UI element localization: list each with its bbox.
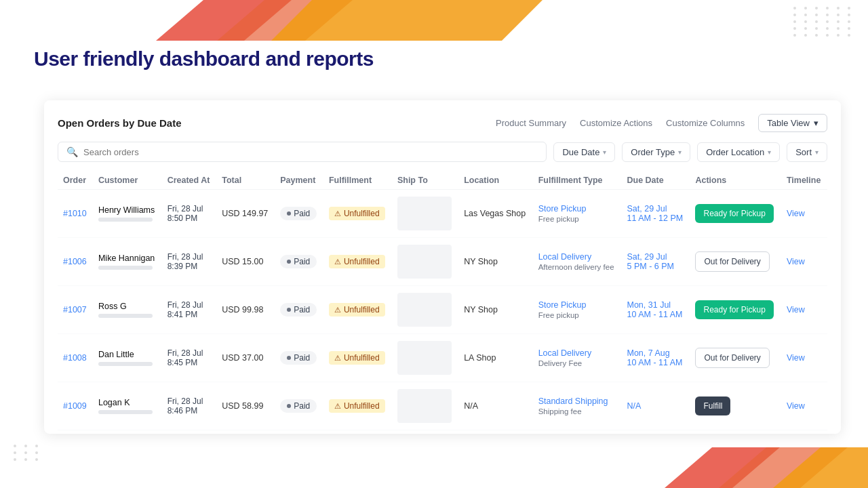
search-filter-row: 🔍 Due Date ▾ Order Type ▾ Order Location… — [58, 142, 827, 162]
fulfillment-cell: Unfulfilled — [323, 238, 392, 286]
due-date-link[interactable]: N/A — [627, 401, 642, 411]
ship-to-cell — [392, 334, 458, 382]
customize-actions-link[interactable]: Customize Actions — [580, 118, 652, 128]
fulfillment-type-link[interactable]: Local Delivery — [538, 252, 592, 262]
card-header: Open Orders by Due Date Product Summary … — [58, 114, 827, 132]
created-time: 8:39 PM — [167, 262, 198, 271]
table-view-button[interactable]: Table View ▾ — [758, 114, 827, 132]
col-due-date: Due Date — [622, 171, 690, 190]
actions-cell: Ready for Pickup — [690, 286, 781, 334]
actions-cell: Ready for Pickup — [690, 190, 781, 238]
fulfillment-type-link[interactable]: Local Delivery — [538, 348, 592, 358]
payment-badge: Paid — [280, 351, 317, 365]
fulfillment-type-cell: Local Delivery Delivery Fee — [533, 334, 622, 382]
fulfillment-badge: Unfulfilled — [329, 207, 385, 220]
customer-bar — [98, 266, 153, 270]
fulfillment-sub: Delivery Fee — [538, 359, 616, 367]
view-link[interactable]: View — [787, 353, 805, 363]
location-cell: Las Vegas Shop — [458, 190, 533, 238]
action-button[interactable]: Out for Delivery — [695, 348, 769, 368]
location-cell: NY Shop — [458, 238, 533, 286]
fulfillment-type-link[interactable]: Standard Shipping — [538, 396, 608, 406]
fulfillment-type-link[interactable]: Store Pickup — [538, 204, 587, 214]
search-input[interactable] — [83, 147, 538, 157]
view-link[interactable]: View — [787, 401, 805, 411]
table-row: #1010 Henry Williams Fri, 28 Jul 8:50 PM… — [58, 190, 827, 238]
svg-marker-2 — [271, 0, 542, 41]
action-button[interactable]: Fulfill — [695, 396, 730, 415]
order-type-filter[interactable]: Order Type ▾ — [622, 142, 690, 162]
action-button[interactable]: Out for Delivery — [695, 251, 769, 272]
due-date-link[interactable]: Mon, 7 Aug10 AM - 11 AM — [627, 348, 683, 367]
payment-badge: Paid — [280, 207, 317, 220]
order-location-label: Order Location — [706, 147, 764, 157]
search-box: 🔍 — [58, 142, 547, 162]
order-location-filter[interactable]: Order Location ▾ — [697, 142, 780, 162]
payment-cell: Paid — [275, 334, 323, 382]
ship-to-cell — [392, 382, 458, 430]
order-id-link[interactable]: #1009 — [63, 401, 87, 411]
chevron-down-icon: ▾ — [768, 148, 771, 156]
location-cell: NY Shop — [458, 286, 533, 334]
created-at-cell: Fri, 28 Jul 8:46 PM — [162, 382, 217, 430]
customer-name: Mike Hannigan — [98, 253, 157, 263]
view-link[interactable]: View — [787, 257, 805, 266]
due-date-label: Due Date — [562, 147, 599, 157]
fulfillment-sub: Free pickup — [538, 311, 616, 319]
view-cell: View — [781, 238, 827, 286]
due-date-filter[interactable]: Due Date ▾ — [553, 142, 615, 162]
svg-marker-3 — [665, 447, 780, 488]
svg-marker-5 — [773, 447, 868, 488]
order-id-link[interactable]: #1008 — [63, 353, 87, 363]
sort-label: Sort — [795, 147, 812, 157]
product-summary-link[interactable]: Product Summary — [496, 118, 566, 128]
svg-marker-1 — [217, 0, 353, 41]
order-id-cell: #1009 — [58, 382, 93, 430]
table-row: #1008 Dan Little Fri, 28 Jul 8:45 PM USD… — [58, 334, 827, 382]
ship-to-placeholder — [397, 341, 452, 375]
col-payment: Payment — [275, 171, 323, 190]
ship-to-placeholder — [397, 197, 452, 230]
created-time: 8:41 PM — [167, 310, 198, 319]
ship-to-cell — [392, 190, 458, 238]
total-cell: USD 15.00 — [216, 238, 275, 286]
chevron-down-icon: ▾ — [814, 118, 818, 128]
ship-to-cell — [392, 286, 458, 334]
action-button[interactable]: Ready for Pickup — [695, 204, 773, 223]
col-actions: Actions — [690, 171, 781, 190]
due-date-link[interactable]: Sat, 29 Jul11 AM - 12 PM — [627, 204, 684, 223]
ship-to-placeholder — [397, 293, 452, 327]
due-date-cell: Mon, 31 Jul10 AM - 11 AM — [622, 286, 690, 334]
view-link[interactable]: View — [787, 305, 805, 314]
action-button[interactable]: Ready for Pickup — [695, 300, 773, 319]
order-id-link[interactable]: #1006 — [63, 257, 87, 266]
fulfillment-type-cell: Standard Shipping Shipping fee — [533, 382, 622, 430]
chevron-down-icon: ▾ — [815, 148, 818, 156]
order-id-link[interactable]: #1007 — [63, 305, 87, 314]
total-cell: USD 37.00 — [216, 334, 275, 382]
fulfillment-badge: Unfulfilled — [329, 303, 385, 317]
fulfillment-type-link[interactable]: Store Pickup — [538, 300, 587, 310]
created-at-cell: Fri, 28 Jul 8:50 PM — [162, 190, 217, 238]
customer-cell: Mike Hannigan — [93, 238, 162, 286]
created-time: 8:46 PM — [167, 406, 198, 415]
payment-badge: Paid — [280, 303, 317, 317]
order-id-cell: #1007 — [58, 286, 93, 334]
actions-cell: Fulfill — [690, 382, 781, 430]
dot-grid-top-right — [793, 7, 854, 37]
table-row: #1006 Mike Hannigan Fri, 28 Jul 8:39 PM … — [58, 238, 827, 286]
sort-filter[interactable]: Sort ▾ — [787, 142, 827, 162]
order-id-cell: #1010 — [58, 190, 93, 238]
fulfillment-cell: Unfulfilled — [323, 334, 392, 382]
order-id-link[interactable]: #1010 — [63, 209, 87, 218]
created-at-cell: Fri, 28 Jul 8:39 PM — [162, 238, 217, 286]
due-date-link[interactable]: Mon, 31 Jul10 AM - 11 AM — [627, 300, 683, 319]
fulfillment-cell: Unfulfilled — [323, 190, 392, 238]
due-date-link[interactable]: Sat, 29 Jul5 PM - 6 PM — [627, 252, 674, 271]
view-link[interactable]: View — [787, 209, 805, 218]
fulfillment-cell: Unfulfilled — [323, 286, 392, 334]
customize-columns-link[interactable]: Customize Columns — [666, 118, 745, 128]
actions-cell: Out for Delivery — [690, 334, 781, 382]
card-header-actions: Product Summary Customize Actions Custom… — [496, 114, 827, 132]
view-cell: View — [781, 382, 827, 430]
